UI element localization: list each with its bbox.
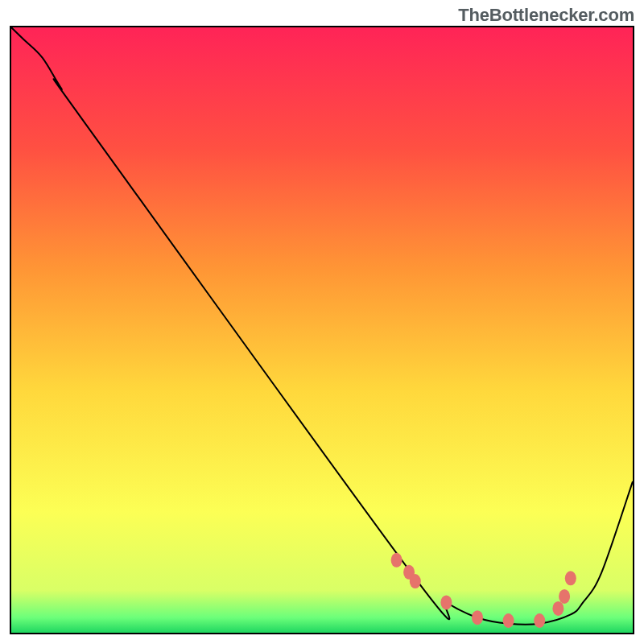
curve-marker [552,601,564,616]
watermark-text: TheBottlenecker.com [458,5,634,26]
curve-marker [503,613,514,628]
bottleneck-curve [11,27,633,625]
chart-frame: TheBottlenecker.com [0,0,644,644]
plot-area [10,26,634,634]
curve-marker [410,574,421,588]
curve-marker [565,571,576,585]
curve-layer [11,27,633,633]
curve-marker [391,553,402,568]
curve-marker [534,613,545,628]
curve-marker [472,610,483,625]
curve-markers [391,553,576,628]
curve-marker [559,589,570,604]
curve-marker [440,595,452,609]
